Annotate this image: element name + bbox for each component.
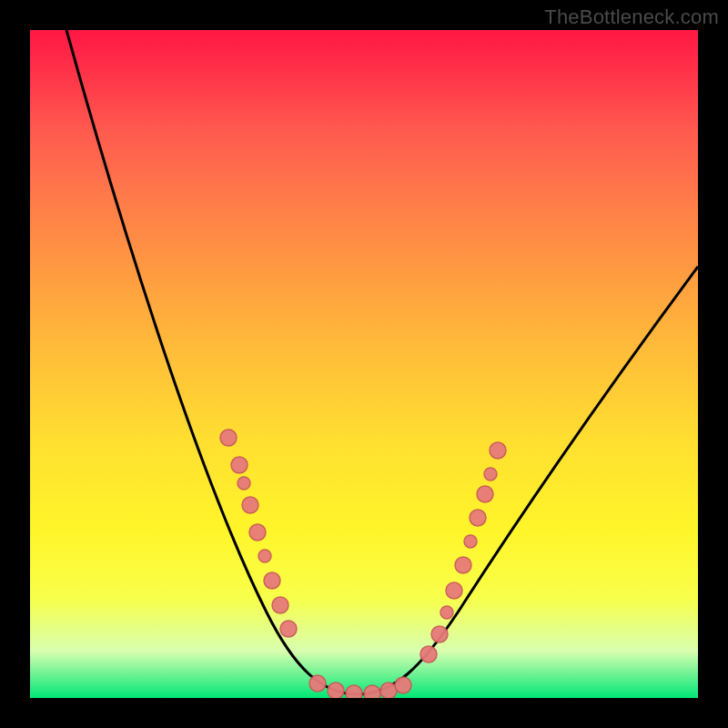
marker bbox=[264, 572, 280, 589]
marker bbox=[328, 682, 344, 698]
marker bbox=[420, 646, 437, 662]
marker bbox=[464, 535, 477, 548]
marker bbox=[280, 621, 297, 637]
watermark-text: TheBottleneck.com bbox=[544, 5, 719, 29]
marker bbox=[231, 457, 248, 473]
marker bbox=[395, 677, 411, 693]
marker bbox=[238, 477, 250, 490]
marker bbox=[446, 582, 462, 599]
marker bbox=[309, 675, 326, 692]
chart-frame: TheBottleneck.com bbox=[0, 0, 728, 728]
marker bbox=[455, 557, 471, 573]
bottleneck-curve bbox=[66, 30, 698, 694]
marker bbox=[431, 626, 448, 642]
marker bbox=[470, 510, 486, 526]
marker bbox=[364, 685, 380, 698]
marker bbox=[249, 524, 266, 541]
marker bbox=[220, 430, 237, 446]
marker bbox=[490, 442, 506, 459]
marker bbox=[484, 468, 497, 480]
plot-area bbox=[30, 30, 698, 698]
marker bbox=[272, 597, 288, 613]
marker bbox=[440, 606, 453, 619]
marker bbox=[477, 486, 493, 502]
marker bbox=[258, 550, 271, 562]
marker bbox=[346, 685, 362, 698]
curve-layer bbox=[30, 30, 698, 698]
marker bbox=[242, 497, 258, 513]
